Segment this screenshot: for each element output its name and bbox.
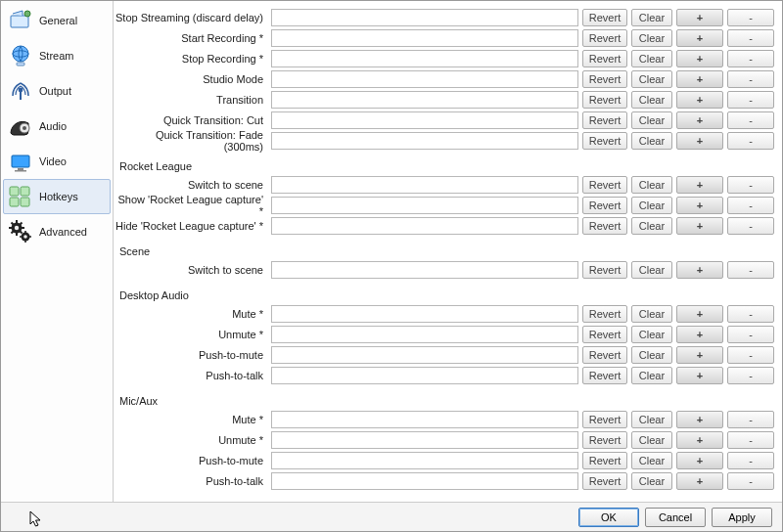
hotkey-input[interactable]: [271, 217, 578, 235]
remove-button[interactable]: -: [727, 111, 774, 129]
sidebar-item-stream[interactable]: Stream: [3, 38, 111, 73]
remove-button[interactable]: -: [727, 261, 774, 279]
hotkey-input[interactable]: [271, 50, 578, 67]
remove-button[interactable]: -: [727, 91, 774, 109]
remove-button[interactable]: -: [727, 326, 774, 343]
revert-button[interactable]: Revert: [582, 197, 627, 214]
hotkey-input[interactable]: [271, 176, 578, 194]
revert-button[interactable]: Revert: [582, 217, 627, 235]
add-button[interactable]: +: [676, 111, 723, 129]
clear-button[interactable]: Clear: [631, 346, 672, 364]
revert-button[interactable]: Revert: [582, 261, 627, 279]
clear-button[interactable]: Clear: [631, 217, 672, 235]
remove-button[interactable]: -: [727, 472, 774, 490]
apply-button[interactable]: Apply: [712, 508, 772, 527]
hotkey-input[interactable]: [271, 197, 578, 214]
hotkey-input[interactable]: [271, 472, 578, 490]
clear-button[interactable]: Clear: [631, 70, 672, 88]
sidebar-item-audio[interactable]: Audio: [3, 109, 111, 144]
revert-button[interactable]: Revert: [582, 132, 627, 150]
revert-button[interactable]: Revert: [582, 176, 627, 194]
add-button[interactable]: +: [676, 472, 723, 490]
clear-button[interactable]: Clear: [631, 261, 672, 279]
revert-button[interactable]: Revert: [582, 326, 627, 343]
revert-button[interactable]: Revert: [582, 431, 627, 449]
clear-button[interactable]: Clear: [631, 9, 672, 26]
remove-button[interactable]: -: [727, 50, 774, 67]
sidebar-item-hotkeys[interactable]: Hotkeys: [3, 179, 111, 214]
revert-button[interactable]: Revert: [582, 367, 627, 384]
clear-button[interactable]: Clear: [631, 132, 672, 150]
add-button[interactable]: +: [676, 29, 723, 47]
add-button[interactable]: +: [676, 452, 723, 469]
revert-button[interactable]: Revert: [582, 452, 627, 469]
remove-button[interactable]: -: [727, 176, 774, 194]
ok-button[interactable]: OK: [578, 508, 639, 527]
remove-button[interactable]: -: [727, 132, 774, 150]
hotkey-input[interactable]: [271, 261, 578, 279]
remove-button[interactable]: -: [727, 305, 774, 323]
revert-button[interactable]: Revert: [582, 70, 627, 88]
add-button[interactable]: +: [676, 305, 723, 323]
add-button[interactable]: +: [676, 70, 723, 88]
remove-button[interactable]: -: [727, 217, 774, 235]
hotkey-input[interactable]: [271, 111, 578, 129]
clear-button[interactable]: Clear: [631, 411, 672, 428]
hotkey-input[interactable]: [271, 9, 578, 26]
add-button[interactable]: +: [676, 326, 723, 343]
add-button[interactable]: +: [676, 176, 723, 194]
remove-button[interactable]: -: [727, 29, 774, 47]
clear-button[interactable]: Clear: [631, 431, 672, 449]
revert-button[interactable]: Revert: [582, 91, 627, 109]
remove-button[interactable]: -: [727, 367, 774, 384]
add-button[interactable]: +: [676, 346, 723, 364]
hotkey-input[interactable]: [271, 91, 578, 109]
clear-button[interactable]: Clear: [631, 91, 672, 109]
remove-button[interactable]: -: [727, 452, 774, 469]
hotkey-input[interactable]: [271, 70, 578, 88]
remove-button[interactable]: -: [727, 346, 774, 364]
add-button[interactable]: +: [676, 367, 723, 384]
hotkey-input[interactable]: [271, 431, 578, 449]
add-button[interactable]: +: [676, 411, 723, 428]
revert-button[interactable]: Revert: [582, 9, 627, 26]
clear-button[interactable]: Clear: [631, 326, 672, 343]
add-button[interactable]: +: [676, 9, 723, 26]
sidebar-item-video[interactable]: Video: [3, 144, 111, 179]
clear-button[interactable]: Clear: [631, 305, 672, 323]
hotkey-input[interactable]: [271, 452, 578, 469]
sidebar-item-advanced[interactable]: Advanced: [3, 214, 111, 249]
hotkey-input[interactable]: [271, 305, 578, 323]
hotkey-input[interactable]: [271, 346, 578, 364]
clear-button[interactable]: Clear: [631, 197, 672, 214]
remove-button[interactable]: -: [727, 431, 774, 449]
clear-button[interactable]: Clear: [631, 50, 672, 67]
add-button[interactable]: +: [676, 261, 723, 279]
revert-button[interactable]: Revert: [582, 346, 627, 364]
add-button[interactable]: +: [676, 50, 723, 67]
add-button[interactable]: +: [676, 132, 723, 150]
add-button[interactable]: +: [676, 197, 723, 214]
clear-button[interactable]: Clear: [631, 176, 672, 194]
clear-button[interactable]: Clear: [631, 111, 672, 129]
revert-button[interactable]: Revert: [582, 111, 627, 129]
revert-button[interactable]: Revert: [582, 411, 627, 428]
hotkey-input[interactable]: [271, 411, 578, 428]
clear-button[interactable]: Clear: [631, 29, 672, 47]
hotkey-input[interactable]: [271, 132, 578, 150]
remove-button[interactable]: -: [727, 70, 774, 88]
cancel-button[interactable]: Cancel: [645, 508, 706, 527]
add-button[interactable]: +: [676, 217, 723, 235]
revert-button[interactable]: Revert: [582, 305, 627, 323]
remove-button[interactable]: -: [727, 197, 774, 214]
hotkey-input[interactable]: [271, 367, 578, 384]
hotkey-input[interactable]: [271, 326, 578, 343]
clear-button[interactable]: Clear: [631, 452, 672, 469]
revert-button[interactable]: Revert: [582, 472, 627, 490]
clear-button[interactable]: Clear: [631, 367, 672, 384]
remove-button[interactable]: -: [727, 9, 774, 26]
add-button[interactable]: +: [676, 431, 723, 449]
add-button[interactable]: +: [676, 91, 723, 109]
revert-button[interactable]: Revert: [582, 29, 627, 47]
sidebar-item-output[interactable]: Output: [3, 73, 111, 109]
